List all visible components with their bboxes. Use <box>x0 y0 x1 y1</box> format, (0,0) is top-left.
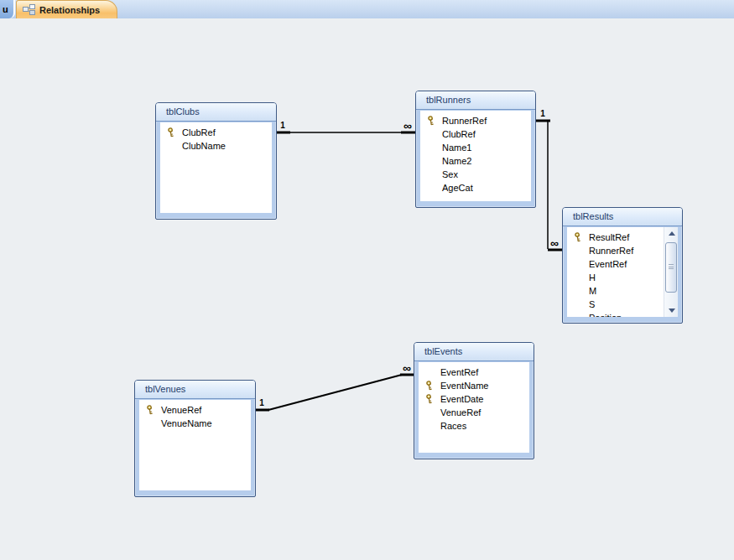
table-title[interactable]: tblVenues <box>135 381 255 399</box>
field-VenueName[interactable]: VenueName <box>139 417 251 430</box>
primary-key-icon <box>427 116 442 126</box>
one-cardinality-label: 1 <box>259 398 264 407</box>
tab-relationships[interactable]: Relationships <box>16 0 117 18</box>
field-VenueRef[interactable]: VenueRef <box>139 403 251 417</box>
scroll-up-button[interactable] <box>664 227 678 240</box>
field-S[interactable]: S <box>567 298 664 311</box>
arrow-down-icon <box>669 309 675 313</box>
table-tblEvents[interactable]: tblEventsEventRefEventNameEventDateVenue… <box>414 342 534 459</box>
table-field-area: ClubRefClubName <box>160 122 272 213</box>
field-EventRef[interactable]: EventRef <box>419 366 529 379</box>
primary-key-icon <box>425 381 440 391</box>
field-H[interactable]: H <box>567 271 664 284</box>
field-name: Name1 <box>442 143 471 153</box>
field-name: Position <box>589 313 622 317</box>
scroll-down-button[interactable] <box>664 304 678 317</box>
field-AgeCat[interactable]: AgeCat <box>420 181 531 194</box>
field-name: Races <box>440 421 466 431</box>
table-title[interactable]: tblResults <box>563 208 682 226</box>
field-name: M <box>589 286 596 296</box>
primary-key-icon <box>574 232 589 242</box>
relationship-tblClubs-tblRunners[interactable]: 1∞ <box>277 119 415 132</box>
many-cardinality-label: ∞ <box>403 361 411 375</box>
table-tblResults[interactable]: tblResultsResultRefRunnerRefEventRefHMSP… <box>562 207 683 324</box>
relationship-tblVenues-tblEvents[interactable]: 1∞ <box>256 361 414 410</box>
field-Name2[interactable]: Name2 <box>420 154 531 168</box>
field-ClubRef[interactable]: ClubRef <box>420 127 531 141</box>
field-name: ClubRef <box>442 129 476 139</box>
table-field-area: EventRefEventNameEventDateVenueRefRaces <box>419 362 529 453</box>
field-VenueRef[interactable]: VenueRef <box>419 406 529 419</box>
one-cardinality-label: 1 <box>540 109 545 118</box>
field-RunnerRef[interactable]: RunnerRef <box>567 244 664 257</box>
field-name: ClubRef <box>182 127 216 137</box>
field-EventDate[interactable]: EventDate <box>419 392 529 406</box>
arrow-up-icon <box>669 231 675 236</box>
scrollbar-thumb[interactable] <box>665 242 677 293</box>
field-name: EventName <box>440 381 488 391</box>
field-Position[interactable]: Position <box>567 311 664 317</box>
relationship-tblRunners-tblResults[interactable]: 1∞ <box>536 109 562 250</box>
navigation-pane-stub[interactable]: u <box>0 0 15 18</box>
field-ClubName[interactable]: ClubName <box>160 139 272 153</box>
field-name: VenueRef <box>440 407 481 417</box>
tab-label: Relationships <box>39 5 100 15</box>
one-cardinality-label: 1 <box>280 121 285 130</box>
relationships-canvas[interactable]: 1∞1∞1∞ tblClubsClubRefClubNametblRunners… <box>0 18 734 560</box>
field-EventName[interactable]: EventName <box>419 379 529 392</box>
field-name: EventRef <box>440 367 478 377</box>
vertical-scrollbar[interactable] <box>664 227 678 317</box>
field-name: ResultRef <box>589 232 629 242</box>
field-name: AgeCat <box>442 183 473 193</box>
field-name: VenueRef <box>161 405 201 415</box>
field-ClubRef[interactable]: ClubRef <box>160 126 272 139</box>
table-tblRunners[interactable]: tblRunnersRunnerRefClubRefName1Name2SexA… <box>415 91 536 208</box>
field-list: RunnerRefClubRefName1Name2SexAgeCat <box>420 111 531 194</box>
relationships-icon <box>23 4 35 15</box>
field-M[interactable]: M <box>567 284 664 298</box>
field-RunnerRef[interactable]: RunnerRef <box>420 114 531 127</box>
table-field-area: RunnerRefClubRefName1Name2SexAgeCat <box>420 111 531 201</box>
field-Races[interactable]: Races <box>419 419 529 433</box>
table-tblVenues[interactable]: tblVenuesVenueRefVenueName <box>134 380 256 497</box>
field-name: RunnerRef <box>442 116 487 126</box>
relationship-line-segment <box>268 375 402 410</box>
field-name: ClubName <box>182 141 226 151</box>
primary-key-icon <box>146 405 161 415</box>
field-ResultRef[interactable]: ResultRef <box>567 231 664 244</box>
thumb-gripper <box>669 264 674 271</box>
field-list: EventRefEventNameEventDateVenueRefRaces <box>419 362 529 433</box>
field-name: H <box>589 272 596 283</box>
field-name: RunnerRef <box>589 246 633 256</box>
field-list: VenueRefVenueName <box>139 400 251 430</box>
table-field-area: VenueRefVenueName <box>139 400 251 490</box>
field-Name1[interactable]: Name1 <box>420 141 531 154</box>
many-cardinality-label: ∞ <box>550 236 559 250</box>
nav-stub-label: u <box>3 4 8 14</box>
field-list: ClubRefClubName <box>160 122 272 153</box>
many-cardinality-label: ∞ <box>403 119 412 132</box>
field-name: S <box>589 299 595 309</box>
table-tblClubs[interactable]: tblClubsClubRefClubName <box>155 102 277 220</box>
field-name: Name2 <box>442 156 471 166</box>
primary-key-icon <box>425 394 440 404</box>
table-title[interactable]: tblEvents <box>414 343 534 361</box>
primary-key-icon <box>167 127 182 137</box>
table-title[interactable]: tblClubs <box>156 103 276 122</box>
table-field-area: ResultRefRunnerRefEventRefHMSPosition <box>567 227 678 317</box>
field-name: EventRef <box>589 259 627 269</box>
field-list: ResultRefRunnerRefEventRefHMSPosition <box>567 227 664 317</box>
document-tab-bar: u Relationships <box>0 0 734 18</box>
table-title[interactable]: tblRunners <box>416 91 535 110</box>
field-name: Sex <box>442 169 458 179</box>
field-EventRef[interactable]: EventRef <box>567 257 664 271</box>
field-name: VenueName <box>161 418 212 428</box>
field-Sex[interactable]: Sex <box>420 168 531 181</box>
field-name: EventDate <box>440 394 483 404</box>
